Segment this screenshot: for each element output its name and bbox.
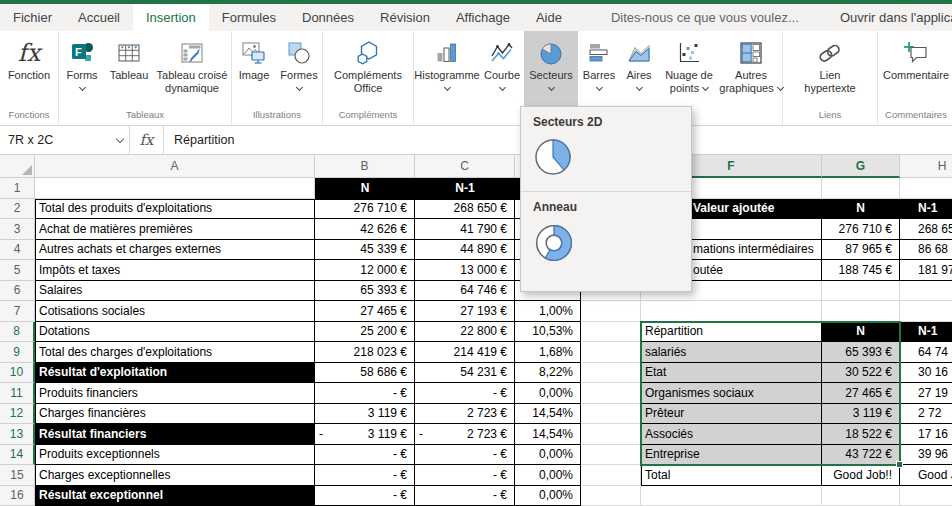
fonction-button[interactable]: fx Fonction — [0, 31, 58, 108]
row-header-1[interactable]: 1 — [0, 178, 35, 199]
cell-A2[interactable]: Total des produits d'exploitations — [35, 199, 315, 220]
cell-A11[interactable]: Produits financiers — [35, 383, 315, 404]
cell-B5[interactable]: 12 000 € — [315, 260, 415, 281]
cell-C5[interactable]: 13 000 € — [415, 260, 515, 281]
cell-G13[interactable]: 18 522 € — [822, 424, 900, 445]
cell-F7[interactable] — [641, 301, 822, 322]
cell-A15[interactable]: Charges exceptionnelles — [35, 465, 315, 486]
tell-me-search[interactable]: Dites-nous ce que vous voulez... — [611, 4, 799, 31]
cell-H15[interactable]: Good Jo — [900, 465, 952, 486]
courbe-button[interactable]: Courbe — [480, 31, 524, 108]
cell-C10[interactable]: 54 231 € — [415, 363, 515, 384]
cell-H10[interactable]: 30 16 — [900, 363, 952, 384]
cell-C7[interactable]: 27 193 € — [415, 301, 515, 322]
aires-button[interactable]: Aires — [620, 31, 658, 108]
cell-H16[interactable] — [900, 486, 952, 506]
cell-C13[interactable]: -2 723 € — [415, 424, 515, 445]
office-addins-button[interactable]: Compléments Office — [323, 31, 413, 108]
tab-donnees[interactable]: Données — [289, 4, 367, 31]
insert-function-fx-icon[interactable]: fx — [130, 126, 164, 154]
cell-C16[interactable]: - € — [415, 486, 515, 506]
cell-H5[interactable]: 181 97 — [900, 260, 952, 281]
cell-G15[interactable]: Good Job!! — [822, 465, 900, 486]
cell-B16[interactable]: - € — [315, 486, 415, 506]
cell-A10[interactable]: Résultat d'exploitation — [35, 363, 315, 384]
cell-F11[interactable]: Organismes sociaux — [641, 383, 822, 404]
cell-D9[interactable]: 1,68% — [515, 342, 581, 363]
cell-H1[interactable] — [900, 178, 952, 199]
col-header-H[interactable]: H — [900, 155, 952, 178]
open-in-desktop-app-link[interactable]: Ouvrir dans l'applica — [840, 4, 952, 31]
cell-A5[interactable]: Impôts et taxes — [35, 260, 315, 281]
cell-A4[interactable]: Autres achats et charges externes — [35, 240, 315, 261]
commentaire-button[interactable]: Commentaire — [878, 31, 952, 108]
cell-A8[interactable]: Dotations — [35, 322, 315, 343]
col-header-A[interactable]: A — [35, 155, 315, 178]
cell-G7[interactable] — [822, 301, 900, 322]
cell-D10[interactable]: 8,22% — [515, 363, 581, 384]
cell-H6[interactable] — [900, 281, 952, 302]
row-header-16[interactable]: 16 — [0, 486, 35, 506]
cell-E16[interactable] — [581, 486, 641, 506]
cell-H11[interactable]: 27 19 — [900, 383, 952, 404]
cell-D13[interactable]: 14,54% — [515, 424, 581, 445]
cell-F16[interactable] — [641, 486, 822, 506]
cell-B7[interactable]: 27 465 € — [315, 301, 415, 322]
cell-G8[interactable]: N — [822, 322, 900, 343]
cell-E15[interactable] — [581, 465, 641, 486]
cell-E9[interactable] — [581, 342, 641, 363]
row-header-8[interactable]: 8 — [0, 322, 35, 343]
cell-B1[interactable]: N — [315, 178, 415, 199]
cell-F13[interactable]: Associés — [641, 424, 822, 445]
cell-D12[interactable]: 14,54% — [515, 404, 581, 425]
cell-E7[interactable] — [581, 301, 641, 322]
cell-H7[interactable] — [900, 301, 952, 322]
cell-B3[interactable]: 42 626 € — [315, 219, 415, 240]
cell-H3[interactable]: 268 65 — [900, 219, 952, 240]
cell-E12[interactable] — [581, 404, 641, 425]
col-header-B[interactable]: B — [315, 155, 415, 178]
cell-C11[interactable]: - € — [415, 383, 515, 404]
image-button[interactable]: Image — [232, 31, 276, 108]
cell-F14[interactable]: Entreprise — [641, 445, 822, 466]
cell-D14[interactable]: 0,00% — [515, 445, 581, 466]
cell-C14[interactable]: - € — [415, 445, 515, 466]
cell-G9[interactable]: 65 393 € — [822, 342, 900, 363]
cell-D16[interactable]: 0,00% — [515, 486, 581, 506]
barres-button[interactable]: Barres — [578, 31, 620, 108]
tab-aide[interactable]: Aide — [523, 4, 575, 31]
cell-F8[interactable]: Répartition — [641, 322, 822, 343]
cell-B9[interactable]: 218 023 € — [315, 342, 415, 363]
row-header-2[interactable]: 2 — [0, 199, 35, 220]
pivot-table-button[interactable]: Tableau croisé dynamique — [153, 31, 231, 108]
cell-C9[interactable]: 214 419 € — [415, 342, 515, 363]
cell-H14[interactable]: 39 96 — [900, 445, 952, 466]
tab-accueil[interactable]: Accueil — [65, 4, 133, 31]
cell-E14[interactable] — [581, 445, 641, 466]
cell-F12[interactable]: Prêteur — [641, 404, 822, 425]
pie-2d-option[interactable] — [521, 132, 691, 187]
row-header-4[interactable]: 4 — [0, 240, 35, 261]
cell-G16[interactable] — [822, 486, 900, 506]
cell-C12[interactable]: 2 723 € — [415, 404, 515, 425]
cell-G3[interactable]: 276 710 € — [822, 219, 900, 240]
cell-E11[interactable] — [581, 383, 641, 404]
cell-E10[interactable] — [581, 363, 641, 384]
cell-B13[interactable]: -3 119 € — [315, 424, 415, 445]
cell-G6[interactable] — [822, 281, 900, 302]
cell-E8[interactable] — [581, 322, 641, 343]
cell-B12[interactable]: 3 119 € — [315, 404, 415, 425]
cell-B14[interactable]: - € — [315, 445, 415, 466]
cell-A12[interactable]: Charges financières — [35, 404, 315, 425]
cell-H8[interactable]: N-1 — [900, 322, 952, 343]
cell-A3[interactable]: Achat de matières premières — [35, 219, 315, 240]
autres-graphiques-button[interactable]: Autres graphiques — [720, 31, 782, 108]
cell-C3[interactable]: 41 790 € — [415, 219, 515, 240]
row-header-15[interactable]: 15 — [0, 465, 35, 486]
cell-B2[interactable]: 276 710 € — [315, 199, 415, 220]
lien-hypertexte-button[interactable]: Lien hypertexte — [783, 31, 877, 108]
cell-D11[interactable]: 0,00% — [515, 383, 581, 404]
cell-F10[interactable]: Etat — [641, 363, 822, 384]
nuage-de-points-button[interactable]: Nuage de points — [658, 31, 720, 108]
cell-B8[interactable]: 25 200 € — [315, 322, 415, 343]
